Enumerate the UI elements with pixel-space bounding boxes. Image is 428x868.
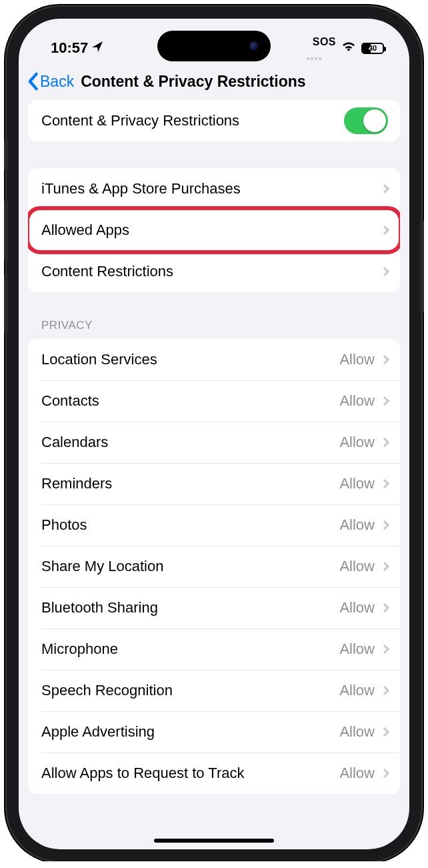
chevron-right-icon [380, 686, 389, 695]
volume-up-button [4, 200, 8, 260]
itunes-appstore-row[interactable]: iTunes & App Store Purchases [28, 168, 400, 209]
phone-frame: 10:57 SOS 40 [7, 7, 421, 861]
row-label: Reminders [41, 475, 112, 492]
row-value: Allow [339, 558, 375, 575]
chevron-right-icon [380, 184, 389, 193]
privacy-header: Privacy [28, 319, 400, 339]
front-camera [249, 41, 259, 51]
row-label: Bluetooth Sharing [41, 599, 158, 616]
share-my-location-row[interactable]: Share My Location Allow [28, 546, 400, 587]
contacts-row[interactable]: Contacts Allow [28, 380, 400, 422]
content-privacy-toggle-row[interactable]: Content & Privacy Restrictions [28, 100, 400, 141]
photos-row[interactable]: Photos Allow [28, 504, 400, 546]
wifi-icon [341, 39, 356, 57]
apple-advertising-row[interactable]: Apple Advertising Allow [28, 711, 400, 753]
master-toggle-group: Content & Privacy Restrictions [28, 100, 400, 141]
chevron-right-icon [380, 355, 389, 364]
row-value: Allow [339, 599, 375, 616]
row-value: Allow [339, 475, 375, 492]
microphone-row[interactable]: Microphone Allow [28, 628, 400, 670]
allowed-apps-row[interactable]: Allowed Apps [28, 209, 400, 251]
cellular-dots-icon [307, 57, 321, 60]
row-label: Allowed Apps [41, 222, 129, 239]
location-arrow-icon [91, 40, 104, 57]
privacy-group: Location Services Allow Contacts Allow C… [28, 339, 400, 794]
row-value: Allow [339, 434, 375, 451]
general-group: iTunes & App Store Purchases Allowed App… [28, 168, 400, 292]
row-label: iTunes & App Store Purchases [41, 180, 241, 197]
row-label: Contacts [41, 392, 99, 410]
screen: 10:57 SOS 40 [19, 19, 409, 849]
back-button[interactable]: Back [27, 72, 74, 91]
row-value: Allow [339, 765, 375, 782]
row-value: Allow [339, 351, 375, 368]
back-label: Back [40, 73, 74, 91]
row-label: Speech Recognition [41, 682, 173, 699]
chevron-right-icon [380, 603, 389, 612]
chevron-left-icon [27, 72, 39, 91]
row-value: Allow [339, 516, 375, 534]
mute-switch [4, 140, 8, 170]
page-title: Content & Privacy Restrictions [81, 73, 305, 91]
chevron-right-icon [380, 769, 389, 778]
chevron-right-icon [380, 396, 389, 406]
dynamic-island [157, 31, 271, 61]
chevron-right-icon [380, 562, 389, 571]
chevron-right-icon [380, 727, 389, 737]
chevron-right-icon [380, 438, 389, 447]
row-label: Location Services [41, 351, 157, 368]
sos-indicator: SOS [313, 36, 336, 48]
allow-apps-track-row[interactable]: Allow Apps to Request to Track Allow [28, 753, 400, 794]
row-label: Share My Location [41, 558, 163, 575]
row-label: Allow Apps to Request to Track [41, 765, 245, 782]
chevron-right-icon [380, 267, 389, 276]
row-value: Allow [339, 723, 375, 741]
row-label: Microphone [41, 640, 118, 658]
row-label: Content Restrictions [41, 263, 173, 280]
bluetooth-sharing-row[interactable]: Bluetooth Sharing Allow [28, 587, 400, 628]
chevron-right-icon [380, 644, 389, 654]
chevron-right-icon [380, 479, 389, 488]
content-privacy-toggle[interactable] [344, 107, 388, 134]
volume-down-button [4, 274, 8, 334]
battery-icon: 40 [361, 43, 384, 54]
calendars-row[interactable]: Calendars Allow [28, 422, 400, 463]
battery-percent: 40 [363, 44, 383, 52]
row-value: Allow [339, 640, 375, 658]
power-button [420, 220, 424, 314]
row-label: Photos [41, 516, 87, 534]
status-time: 10:57 [51, 39, 88, 57]
toggle-knob [363, 109, 386, 132]
chevron-right-icon [380, 226, 389, 235]
nav-bar: Back Content & Privacy Restrictions [19, 65, 409, 100]
content-privacy-toggle-label: Content & Privacy Restrictions [41, 112, 239, 129]
row-value: Allow [339, 392, 375, 410]
content-restrictions-row[interactable]: Content Restrictions [28, 251, 400, 292]
settings-content: Content & Privacy Restrictions iTunes & … [19, 100, 409, 794]
row-value: Allow [339, 682, 375, 699]
speech-recognition-row[interactable]: Speech Recognition Allow [28, 670, 400, 711]
home-indicator[interactable] [154, 839, 274, 843]
reminders-row[interactable]: Reminders Allow [28, 463, 400, 504]
row-label: Apple Advertising [41, 723, 155, 741]
chevron-right-icon [380, 520, 389, 530]
location-services-row[interactable]: Location Services Allow [28, 339, 400, 380]
row-label: Calendars [41, 434, 108, 451]
